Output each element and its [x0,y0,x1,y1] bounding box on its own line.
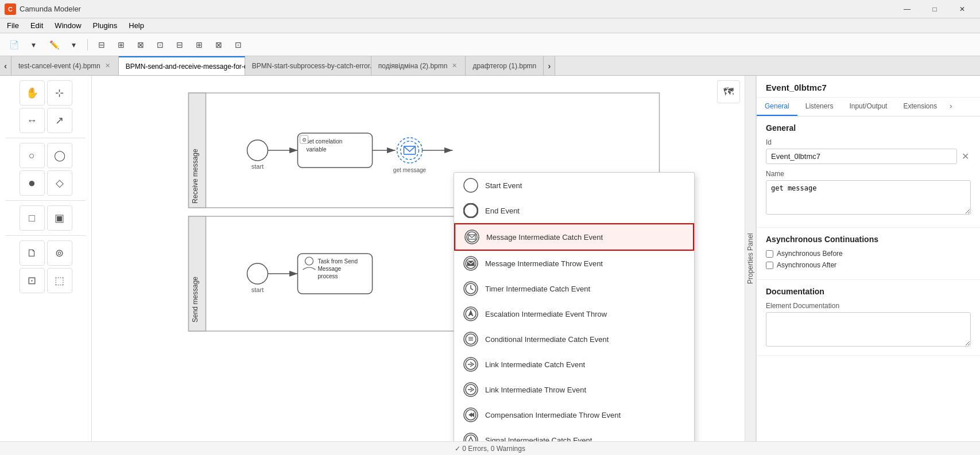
tab-label: test-cancel-event (4).bpmn [18,62,100,70]
dropdown-item-signal-catch[interactable]: Signal Intermediate Catch Event [454,427,694,441]
select-tool-button[interactable]: ⊹ [47,80,72,106]
dropdown-item-escalation-throw[interactable]: Escalation Intermediate Event Throw [454,301,694,326]
dropdown-item-link-catch[interactable]: Link Intermediate Catch Event [454,352,694,377]
maximize-button[interactable]: □ [921,0,948,18]
dropdown-item-label-escalation-throw: Escalation Intermediate Event Throw [485,310,607,318]
tab-listeners[interactable]: Listeners [797,98,842,116]
circle-tool-button[interactable]: ○ [20,143,45,168]
tab-bpmn-send-receive[interactable]: BPMN-send-and-receive-message-for-event-… [119,56,245,75]
tab-general[interactable]: General [757,98,797,116]
tb-align2-button[interactable]: ⊞ [112,37,130,53]
element-docs-textarea[interactable] [766,312,971,347]
svg-point-20 [247,263,268,284]
tb-distribute4-button[interactable]: ⊠ [210,37,228,53]
dropdown-item-label-timer-catch: Timer Intermediate Catch Event [485,285,590,293]
title-left: C Camunda Modeler [5,3,81,15]
map-button[interactable]: 🗺 [717,80,740,103]
tab-close-icon[interactable]: ✕ [104,61,111,71]
dropdown-item-icon-start-event [463,178,478,193]
dashed-select-tool-button[interactable]: ⬚ [47,268,72,293]
dropdown-item-timer-catch[interactable]: Timer Intermediate Catch Event [454,276,694,301]
dropdown-item-label-compensation-throw: Compensation Intermediate Throw Event [485,411,621,419]
tool-row-6: 🗋 ⊚ [2,240,89,266]
dropdown-item-link-throw[interactable]: Link Intermediate Throw Event [454,377,694,402]
tab-podiya[interactable]: подіявідміна (2).bpmn ✕ [371,56,466,75]
tb-distribute3-button[interactable]: ⊞ [190,37,208,53]
async-before-row: Asynchronous Before [766,250,971,258]
dropdown-item-icon-signal-catch [463,433,478,441]
tool-sep-1 [6,138,86,138]
circle-bold-tool-button[interactable]: ◯ [47,143,72,168]
app-title: Camunda Modeler [20,5,81,13]
properties-title: Event_0lbtmc7 [766,83,971,92]
properties-panel-label[interactable]: Properties Panel [745,76,756,441]
dropdown-item-icon-link-throw [463,382,478,397]
dropdown-item-msg-throw[interactable]: Message Intermediate Throw Event [454,251,694,276]
dropdown-item-icon-conditional-catch [463,332,478,347]
svg-point-29 [464,178,478,192]
panel-tool-button[interactable]: ⊡ [20,268,45,293]
statusbar: ✓ 0 Errors, 0 Warnings [0,441,980,455]
name-input-row [766,180,971,215]
dropdown-item-compensation-throw[interactable]: Compensation Intermediate Throw Event [454,402,694,427]
rect-plus-tool-button[interactable]: ▣ [47,205,72,231]
rect-tool-button[interactable]: □ [20,205,45,231]
svg-text:set correlation: set correlation [307,138,343,145]
svg-text:Receive message: Receive message [191,149,199,204]
async-before-checkbox[interactable] [766,250,773,258]
toolbar: 📄 ▾ ✏️ ▾ ⊟ ⊞ ⊠ ⊡ ⊟ ⊞ ⊠ ⊡ [0,33,980,56]
tab-test-cancel[interactable]: test-cancel-event (4).bpmn ✕ [11,56,119,75]
tb-new-button[interactable]: 📄 [5,37,23,53]
dropdown-item-label-start-event: Start Event [485,181,522,190]
db-tool-button[interactable]: ⊚ [47,240,72,266]
svg-text:Task from Send: Task from Send [318,258,358,265]
menu-item-file[interactable]: File [2,20,24,31]
tab-extensions[interactable]: Extensions [895,98,945,116]
dropdown-item-start-event[interactable]: Start Event [454,173,694,198]
tb-distribute2-button[interactable]: ⊟ [171,37,189,53]
tb-edit-dropdown-button[interactable]: ▾ [64,37,83,53]
tab-draft[interactable]: драфтегор (1).bpmn [466,56,544,75]
dropdown-item-icon-link-catch [463,357,478,372]
section-general: General Id ✕ Name [757,116,980,228]
tb-distribute1-button[interactable]: ⊡ [151,37,169,53]
tab-input-output[interactable]: Input/Output [841,98,895,116]
status-text: ✓ 0 Errors, 0 Warnings [455,445,525,453]
section-async-title: Asynchronous Continuations [766,235,971,244]
hand-tool-button[interactable]: ✋ [20,80,45,106]
properties-tabs: General Listeners Input/Output Extension… [757,98,980,116]
tool-row-5: □ ▣ [2,205,89,231]
canvas-area[interactable]: Receive message start set correlation va… [92,76,745,441]
tb-edit-button[interactable]: ✏️ [45,37,63,53]
circle-thick-tool-button[interactable]: ● [20,170,45,196]
tabs-next-button[interactable]: › [544,56,555,75]
tab-close-icon2[interactable]: ✕ [451,61,458,71]
minimize-button[interactable]: — [894,0,920,18]
menu-item-help[interactable]: Help [124,20,149,31]
async-after-checkbox[interactable] [766,262,773,269]
dropdown-item-conditional-catch[interactable]: Conditional Intermediate Catch Event [454,326,694,352]
tb-distribute5-button[interactable]: ⊡ [229,37,247,53]
dropdown-item-label-link-throw: Link Intermediate Throw Event [485,386,586,394]
tb-dropdown-button[interactable]: ▾ [24,37,42,53]
id-input[interactable] [766,149,957,164]
connect-tool-button[interactable]: ↗ [47,108,72,133]
id-clear-button[interactable]: ✕ [959,151,971,162]
tab-bpmn-start-subprocess[interactable]: BPMN-start-subprocess-by-catch-error.bpm… [245,56,371,75]
tab-more-button[interactable]: › [945,98,956,116]
menu-item-edit[interactable]: Edit [26,20,48,31]
app-icon: C [5,3,16,15]
menu-item-plugins[interactable]: Plugins [88,20,122,31]
dropdown-item-end-event[interactable]: End Event [454,198,694,223]
name-textarea[interactable] [766,180,971,215]
space-tool-button[interactable]: ↔ [20,108,45,133]
tabs-prev-button[interactable]: ‹ [0,56,11,75]
dropdown-item-msg-catch[interactable]: Message Intermediate Catch Event [454,223,694,251]
tb-align1-button[interactable]: ⊟ [92,37,111,53]
menu-item-window[interactable]: Window [50,20,86,31]
close-button[interactable]: ✕ [949,0,975,18]
diamond-tool-button[interactable]: ◇ [47,170,72,196]
tb-align3-button[interactable]: ⊠ [131,37,150,53]
tool-row-3: ○ ◯ [2,143,89,168]
doc-tool-button[interactable]: 🗋 [20,240,45,266]
